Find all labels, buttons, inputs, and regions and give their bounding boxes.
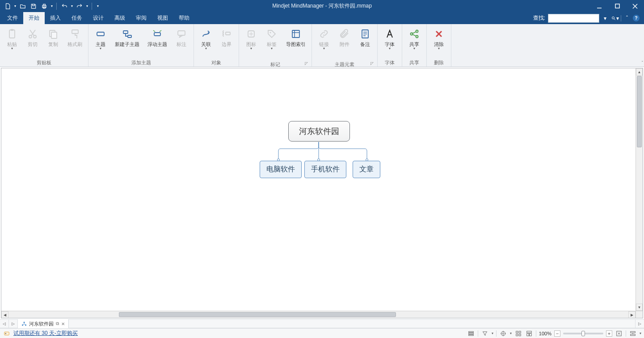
- layout-view-icon[interactable]: [525, 330, 533, 338]
- qat-undo-button[interactable]: [59, 1, 69, 11]
- zoom-level[interactable]: 100%: [539, 331, 551, 336]
- dialog-launcher-icon[interactable]: ◸: [305, 61, 308, 66]
- ribbon-button-format-painter[interactable]: 格式刷: [64, 26, 85, 49]
- ribbon-button-callout[interactable]: 标注: [172, 26, 191, 49]
- menu-item-8[interactable]: 帮助: [173, 12, 195, 24]
- zoom-slider[interactable]: [563, 333, 603, 334]
- qat-new-button[interactable]: [3, 1, 13, 11]
- font-icon: [383, 28, 396, 40]
- ribbon-button-attachment[interactable]: 附件: [335, 26, 354, 49]
- qat-customize-dropdown[interactable]: ▾: [95, 4, 101, 8]
- ribbon-button-clear[interactable]: 清除 ▾: [429, 26, 448, 52]
- qat-print-dropdown[interactable]: ▾: [50, 4, 54, 8]
- menu-item-0[interactable]: 文件: [2, 12, 23, 24]
- dialog-launcher-icon[interactable]: ◸: [370, 61, 374, 66]
- filter-icon[interactable]: [481, 330, 489, 338]
- tab-nav-far-right[interactable]: ▷: [635, 319, 644, 328]
- doc-tab-pin-icon[interactable]: ⧉: [56, 321, 59, 326]
- maximize-button[interactable]: [608, 0, 626, 12]
- svg-rect-21: [154, 33, 160, 36]
- qat-new-dropdown[interactable]: ▾: [13, 4, 17, 8]
- ribbon-collapse-icon[interactable]: ˇ: [642, 61, 643, 66]
- collapse-all-icon[interactable]: [629, 330, 637, 338]
- horizontal-scrollbar[interactable]: ◀ ▶: [1, 311, 636, 318]
- ribbon-button-boundary[interactable]: 边界: [217, 26, 236, 49]
- horizontal-scroll-thumb[interactable]: [119, 312, 396, 317]
- ribbon: ˇ 粘贴 ▾ 剪切 复制 格式刷 剪贴板 主题 ▾ 新建子主题 浮动主题 标注 …: [0, 24, 644, 67]
- minimize-button[interactable]: [590, 0, 608, 12]
- qat-redo-dropdown[interactable]: ▾: [85, 4, 89, 8]
- svg-rect-19: [123, 31, 128, 33]
- svg-point-27: [270, 32, 271, 33]
- mindmap-child-node[interactable]: 电脑软件: [260, 161, 302, 178]
- trial-purchase-link[interactable]: 试用期还有 30 天-立即购买: [13, 330, 78, 337]
- ribbon-button-subtopic[interactable]: 新建子主题: [112, 26, 143, 49]
- svg-rect-63: [527, 331, 532, 333]
- status-notification-icon[interactable]: [3, 330, 11, 338]
- menu-item-1[interactable]: 开始: [23, 12, 45, 24]
- search-input[interactable]: [548, 14, 599, 23]
- menu-item-7[interactable]: 视图: [152, 12, 173, 24]
- document-tab[interactable]: 河东软件园 ⧉ ✕: [18, 319, 69, 328]
- ribbon-button-topic[interactable]: 主题 ▾: [91, 26, 110, 52]
- scroll-down-button[interactable]: ▼: [636, 304, 643, 311]
- target-icon[interactable]: [499, 330, 507, 338]
- mindmap-child-node[interactable]: 文章: [353, 161, 380, 178]
- ribbon-button-font[interactable]: 字体 ▾: [380, 26, 399, 52]
- ribbon-button-relation[interactable]: 关联 ▾: [197, 26, 215, 52]
- mindmap-canvas[interactable]: 河东软件园 电脑软件 手机软件 文章: [1, 68, 636, 311]
- svg-rect-25: [226, 32, 230, 35]
- ribbon-collapse-up-icon[interactable]: ˆ: [623, 14, 631, 22]
- boundary-icon: [220, 28, 233, 40]
- menu-item-6[interactable]: 审阅: [130, 12, 152, 24]
- search-options-icon[interactable]: ▾: [611, 14, 619, 22]
- copy-icon: [47, 28, 59, 40]
- qat-undo-dropdown[interactable]: ▾: [70, 4, 74, 8]
- ribbon-button-marker[interactable]: 图标 ▾: [242, 26, 261, 52]
- scroll-up-button[interactable]: ▲: [636, 68, 643, 75]
- ribbon-button-cut[interactable]: 剪切: [23, 26, 42, 49]
- fit-to-window-icon[interactable]: [615, 330, 623, 338]
- grid-view-icon[interactable]: [514, 330, 522, 338]
- scroll-right-button[interactable]: ▶: [628, 311, 636, 318]
- menu-item-4[interactable]: 设计: [88, 12, 109, 24]
- zoom-out-button[interactable]: −: [554, 330, 560, 337]
- svg-rect-24: [178, 31, 185, 35]
- ribbon-button-link[interactable]: 链接 ▾: [315, 26, 333, 52]
- menu-item-3[interactable]: 任务: [66, 12, 88, 24]
- qat-open-button[interactable]: [18, 1, 28, 11]
- close-button[interactable]: [626, 0, 644, 12]
- tab-nav-left[interactable]: ◁: [0, 319, 9, 328]
- ribbon-button-copy[interactable]: 复制: [44, 26, 63, 49]
- vertical-scrollbar[interactable]: ▲ ▼: [636, 68, 643, 311]
- qat-save-button[interactable]: [29, 1, 38, 11]
- search-dropdown[interactable]: ▾: [601, 14, 609, 22]
- mindmap-root-node[interactable]: 河东软件园: [288, 121, 350, 142]
- mindmap-child-node[interactable]: 手机软件: [304, 161, 346, 178]
- svg-rect-48: [4, 332, 9, 335]
- vertical-scroll-thumb[interactable]: [637, 76, 642, 147]
- zoom-in-button[interactable]: +: [606, 330, 612, 337]
- dropdown-arrow-icon: ▾: [389, 47, 391, 50]
- svg-rect-64: [527, 334, 529, 336]
- qat-redo-button[interactable]: [75, 1, 84, 11]
- scroll-left-button[interactable]: ◀: [1, 311, 8, 318]
- view-outline-icon[interactable]: [467, 330, 475, 338]
- zoom-slider-thumb[interactable]: [581, 331, 585, 336]
- dropdown-arrow-icon: ▾: [205, 47, 207, 50]
- ribbon-button-notes[interactable]: 备注: [356, 26, 375, 49]
- tab-nav-right[interactable]: ▷: [9, 319, 18, 328]
- menu-item-2[interactable]: 插入: [45, 12, 66, 24]
- ribbon-button-map-index[interactable]: 导图索引: [283, 26, 309, 49]
- ribbon-button-share[interactable]: 共享 ▾: [405, 26, 424, 52]
- ribbon-group-label: 主题元素: [315, 60, 375, 67]
- svg-rect-52: [469, 334, 474, 335]
- doc-tab-close-icon[interactable]: ✕: [61, 321, 65, 326]
- marker-icon: [245, 28, 257, 40]
- help-icon[interactable]: ?: [633, 15, 640, 21]
- ribbon-button-paste[interactable]: 粘贴 ▾: [3, 26, 21, 52]
- qat-print-button[interactable]: [39, 1, 49, 11]
- menu-item-5[interactable]: 高级: [109, 12, 130, 24]
- ribbon-button-tag[interactable]: 标签 ▾: [262, 26, 281, 52]
- ribbon-button-float-topic[interactable]: 浮动主题: [144, 26, 170, 49]
